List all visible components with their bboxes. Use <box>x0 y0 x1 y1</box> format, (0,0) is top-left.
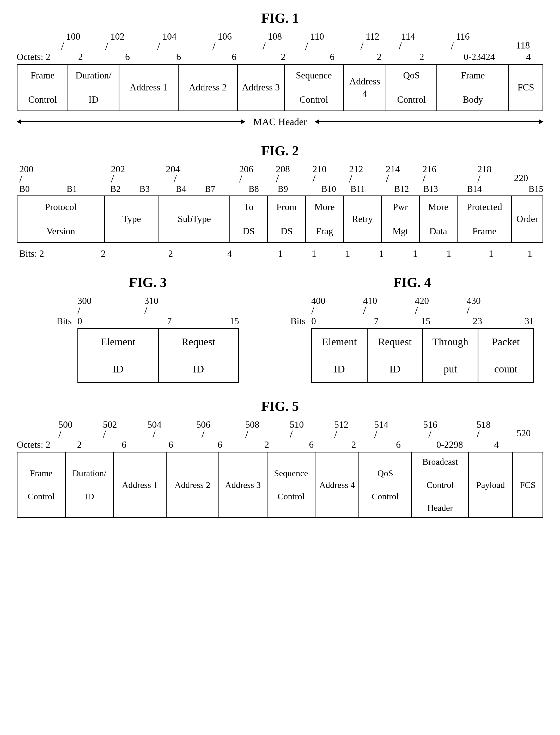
fig2-bits-1a: 1 <box>278 249 283 259</box>
fig5-cell-durationid: Duration/ID <box>66 452 114 517</box>
fig4-diagram: 400 / 410 / 420 / 430 / Bits <box>290 295 534 383</box>
fig2-cell-pwrmgt: PwrMgt <box>382 196 419 242</box>
fig3-section: FIG. 3 300 / 310 / Bits 0 7 15 <box>16 275 280 383</box>
fig2-bit-B0: B0 <box>19 184 30 194</box>
fig34-wrapper: FIG. 3 300 / 310 / Bits 0 7 15 <box>16 275 544 383</box>
fig4-cell-throughput: Throughput <box>423 329 479 382</box>
fig4-bit-31: 31 <box>525 316 534 326</box>
fig5-refnums-row: 500 / 502 / 504 / 506 / 508 / 510 / <box>17 419 543 439</box>
fig2-bits-1d: 1 <box>379 249 384 259</box>
fig2-bit-B8: B8 <box>248 184 259 194</box>
fig1-cell-framecontrol: FrameControl <box>17 65 68 111</box>
fig4-cell-packetcount: Packetcount <box>478 329 533 382</box>
fig5-cell-bcheader: BroadcastControlHeader <box>412 452 469 517</box>
fig3-diagram: 300 / 310 / Bits 0 7 15 ElementID <box>57 295 239 383</box>
fig1-cell-addr3: Address 3 <box>238 65 284 111</box>
mac-header-line-right <box>315 121 543 122</box>
fig1-cell-durationid: Duration/ID <box>68 65 119 111</box>
fig4-section: FIG. 4 400 / 410 / 420 / 430 / <box>280 275 544 383</box>
fig2-bits-values-row: Bits: 2 2 2 4 1 1 1 1 1 1 1 1 <box>17 248 543 259</box>
fig1-mac-header-arrow: MAC Header <box>17 116 543 128</box>
fig1-octets-label: Octets: 2 <box>17 51 57 62</box>
fig2-bits-label: Bits: 2 <box>19 248 61 259</box>
fig4-table: ElementID RequestID Throughput Packetcou… <box>311 328 534 383</box>
fig4-bit-positions: Bits 0 7 15 23 31 <box>290 316 534 327</box>
fig4-bit-23: 23 <box>473 316 482 326</box>
fig4-title: FIG. 4 <box>290 275 534 290</box>
fig2-section: FIG. 2 200 / 202 / 204 / 206 / 208 / <box>16 143 544 259</box>
fig1-octets-row: Octets: 2 2 6 6 6 2 6 2 2 0-23424 4 <box>17 51 543 62</box>
fig2-bit-labels-row: B0 B1 B2 B3 B4 B7 B8 B9 B10 B11 B12 B13 … <box>17 184 543 194</box>
fig5-cell-framecontrol: FrameControl <box>17 452 66 517</box>
fig2-cell-morefrag: MoreFrag <box>306 196 344 242</box>
fig2-bit-B3: B3 <box>139 184 150 194</box>
fig2-bits-1f: 1 <box>447 249 451 259</box>
fig5-octets-row: Octets: 2 2 6 6 6 2 6 2 6 0-2298 4 <box>17 439 543 450</box>
fig1-ref-108: 108 <box>268 31 282 42</box>
fig2-bits-1e: 1 <box>413 249 417 259</box>
fig1-oct-2b: 2 <box>281 52 285 62</box>
fig1-oct-023424: 0-23424 <box>464 52 495 62</box>
fig5-title: FIG. 5 <box>16 398 544 414</box>
fig4-cell-requestid: RequestID <box>368 329 423 382</box>
fig1-section: FIG. 1 100 / 102 / 104 / 106 / <box>16 10 544 128</box>
fig2-bit-B1: B1 <box>66 184 77 194</box>
fig1-ref-104: 104 <box>162 31 176 42</box>
fig1-frame-table: FrameControl Duration/ID Address 1 Addre… <box>17 64 543 111</box>
fig2-bit-B11: B11 <box>350 184 365 194</box>
fig1-oct-2c: 2 <box>377 52 381 62</box>
fig1-ref-118: 118 <box>516 40 530 51</box>
fig4-bit-15: 15 <box>421 316 430 326</box>
fig5-cell-seqcontrol: SequenceControl <box>267 452 316 517</box>
fig1-cell-addr2: Address 2 <box>179 65 238 111</box>
fig1-oct-6a: 6 <box>125 52 130 62</box>
fig1-ref-112: 112 <box>366 31 379 42</box>
fig1-title: FIG. 1 <box>16 10 544 26</box>
fig2-bit-B9: B9 <box>278 184 288 194</box>
fig1-oct-2d: 2 <box>419 52 424 62</box>
fig2-bit-B10: B10 <box>321 184 336 194</box>
fig1-refnums-row: 100 / 102 / 104 / 106 / 108 / <box>17 31 543 51</box>
fig3-title: FIG. 3 <box>26 275 270 290</box>
fig1-oct-2a: 2 <box>78 52 83 62</box>
fig1-cell-addr1: Address 1 <box>119 65 179 111</box>
fig2-bit-B2: B2 <box>110 184 121 194</box>
fig2-bits-1h: 1 <box>527 249 532 259</box>
fig2-frame-table: ProtocolVersion Type SubType ToDS FromDS… <box>17 196 543 243</box>
fig5-octets-label: Octets: 2 <box>17 439 57 450</box>
fig3-bits-label: Bits <box>57 316 77 327</box>
fig2-cell-tods: ToDS <box>230 196 268 242</box>
fig1-ref-110: 110 <box>310 31 324 42</box>
fig2-bits-1g: 1 <box>489 249 494 259</box>
fig2-cell-protocol: ProtocolVersion <box>17 196 105 242</box>
fig1-oct-6d: 6 <box>330 52 334 62</box>
fig5-ref-520: 520 <box>517 428 531 439</box>
fig2-ref-204: 204 <box>166 164 180 175</box>
fig3-cell-elementid: ElementID <box>78 329 159 382</box>
fig1-cell-seqcontrol: SequenceControl <box>285 65 344 111</box>
fig2-cell-moredata: MoreData <box>420 196 458 242</box>
fig2-cell-protectedframe: ProtectedFrame <box>458 196 512 242</box>
fig5-frame-table: FrameControl Duration/ID Address 1 Addre… <box>17 452 543 518</box>
fig5-cell-fcs: FCS <box>513 452 543 517</box>
fig1-cell-framebody: FrameBody <box>437 65 509 111</box>
fig2-bits-4: 4 <box>227 249 232 259</box>
fig2-bit-B13: B13 <box>423 184 438 194</box>
fig1-ref-102: 102 <box>110 31 124 42</box>
fig1-oct-4: 4 <box>526 52 531 62</box>
fig2-bits-2b: 2 <box>168 249 173 259</box>
fig4-bit-7: 7 <box>374 316 379 326</box>
fig3-table: ElementID RequestID <box>77 328 239 383</box>
fig2-bit-B12: B12 <box>394 184 409 194</box>
fig2-cell-type: Type <box>105 196 159 242</box>
fig2-cell-order: Order <box>512 196 543 242</box>
fig3-refnums: 300 / 310 / <box>57 295 239 315</box>
fig1-ref-114: 114 <box>401 31 415 42</box>
fig5-cell-qos: QoSControl <box>359 452 412 517</box>
fig3-bit-0: 0 <box>77 316 82 326</box>
fig2-cell-retry: Retry <box>344 196 382 242</box>
fig1-ref-106: 106 <box>218 31 232 42</box>
fig5-section: FIG. 5 500 / 502 / 504 / 506 / 508 / <box>16 398 544 518</box>
fig4-bit-0: 0 <box>311 316 316 326</box>
fig4-cell-elementid: ElementID <box>312 329 368 382</box>
